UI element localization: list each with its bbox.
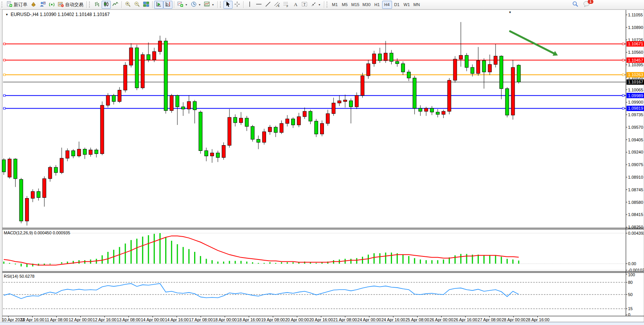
fibonacci-button[interactable]: F	[282, 1, 291, 9]
text-label-icon: T	[301, 1, 308, 8]
indicators-icon	[177, 1, 183, 8]
svg-text:1.10560: 1.10560	[628, 50, 643, 54]
tf-m5-button[interactable]: M5	[340, 1, 350, 9]
toolbar-separator	[174, 1, 174, 8]
text-button[interactable]: A	[291, 1, 300, 9]
horizontal-line-button[interactable]	[254, 1, 263, 9]
chart-window[interactable]: 1.110551.108901.107251.105601.103951.102…	[0, 10, 644, 325]
new-order-icon	[6, 1, 13, 8]
svg-text:12 Apr 16:00: 12 Apr 16:00	[93, 317, 116, 322]
trendline-button[interactable]	[263, 1, 273, 9]
search-button[interactable]	[571, 1, 580, 9]
tf-w1-button[interactable]: W1	[402, 1, 412, 9]
auto-scroll-button[interactable]	[154, 1, 163, 9]
zoom-out-icon	[134, 1, 140, 8]
toolbar-separator	[243, 1, 244, 8]
chevron-down-icon: ▼	[318, 3, 321, 6]
market-watch-button[interactable]	[29, 1, 38, 9]
toolbar-separator	[152, 1, 153, 8]
periods-button[interactable]: ▼	[189, 1, 202, 9]
toolbar-separator	[121, 1, 122, 8]
chart-title-text: EURUSD-,H4 1.10390 1.10402 1.10148 1.101…	[11, 12, 110, 17]
chart-canvas[interactable]: 1.110551.108901.107251.105601.103951.102…	[0, 10, 644, 325]
svg-text:80: 80	[628, 280, 633, 285]
svg-text:1.10457: 1.10457	[628, 58, 643, 62]
arrows-tool-button[interactable]: ▼	[309, 1, 322, 9]
svg-text:A: A	[294, 2, 298, 7]
clock-icon	[191, 1, 197, 8]
svg-text:18 Apr 00:00: 18 Apr 00:00	[213, 317, 237, 322]
svg-text:19 Apr 08:00: 19 Apr 08:00	[261, 317, 285, 322]
bar-chart-button[interactable]	[92, 1, 102, 9]
svg-text:18 Apr 16:00: 18 Apr 16:00	[237, 317, 261, 322]
template-chart-icon	[204, 1, 210, 8]
vertical-line-icon	[247, 1, 253, 8]
crosshair-icon	[234, 1, 240, 8]
signals-button[interactable]	[47, 1, 56, 9]
svg-text:24 Apr 00:00: 24 Apr 00:00	[357, 317, 381, 322]
tile-windows-button[interactable]	[142, 1, 151, 9]
svg-text:1.08415: 1.08415	[628, 212, 643, 217]
svg-text:11 Apr 08:00: 11 Apr 08:00	[45, 317, 69, 322]
line-chart-button[interactable]	[111, 1, 120, 9]
tf-mn-button[interactable]: MN	[412, 1, 422, 9]
svg-text:20 Apr 00:00: 20 Apr 00:00	[285, 317, 309, 322]
horizontal-line-icon	[256, 1, 262, 8]
tf-m1-button[interactable]: M1	[330, 1, 340, 9]
toolbar-drag-handle[interactable]	[2, 2, 3, 8]
autotrading-label: 自动交易	[65, 2, 83, 8]
vertical-line-button[interactable]	[245, 1, 254, 9]
svg-text:1.10167: 1.10167	[628, 80, 643, 84]
svg-text:1.08910: 1.08910	[628, 175, 643, 179]
svg-text:50: 50	[628, 292, 633, 297]
fibonacci-icon: F	[283, 1, 289, 8]
tf-m30-button[interactable]: M30	[361, 1, 372, 9]
svg-text:1.09075: 1.09075	[628, 162, 643, 167]
svg-text:E: E	[278, 5, 280, 7]
templates-button[interactable]: ▼	[202, 1, 216, 9]
text-label-button[interactable]: T	[300, 1, 309, 9]
cursor-button[interactable]	[223, 1, 233, 9]
chart-menu-icon[interactable]: ▼	[509, 11, 512, 14]
svg-text:1.08580: 1.08580	[628, 200, 643, 205]
svg-text:T: T	[303, 2, 306, 6]
new-order-button[interactable]: 新订单	[5, 1, 29, 9]
autotrading-button[interactable]: 自动交易	[56, 1, 85, 9]
equidistant-channel-button[interactable]: E	[273, 1, 282, 9]
tf-h1-button[interactable]: H1	[372, 1, 382, 9]
candlestick-icon	[103, 1, 109, 8]
chevron-down-icon: ▼	[212, 3, 214, 6]
autotrading-icon	[58, 1, 64, 8]
svg-text:25 Apr 08:00: 25 Apr 08:00	[405, 317, 429, 322]
svg-text:1.09819: 1.09819	[628, 106, 643, 110]
tf-m15-button[interactable]: M15	[350, 1, 361, 9]
toolbar-drag-handle[interactable]	[89, 2, 91, 8]
toolbar-drag-handle[interactable]	[327, 2, 328, 8]
indicators-button[interactable]: ▼	[176, 1, 189, 9]
chart-title[interactable]: ▼ EURUSD-,H4 1.10390 1.10402 1.10148 1.1…	[5, 12, 110, 17]
svg-text:1.10890: 1.10890	[628, 25, 643, 30]
svg-text:0: 0	[628, 312, 630, 317]
chat-button[interactable]: 1	[582, 1, 591, 9]
zoom-in-button[interactable]	[123, 1, 132, 9]
svg-text:28 Apr 16:00: 28 Apr 16:00	[526, 317, 549, 322]
svg-text:26 Apr 00:00: 26 Apr 00:00	[429, 317, 453, 322]
tf-h4-button[interactable]: H4	[382, 1, 392, 9]
search-icon	[572, 1, 579, 8]
toolbar-drag-handle[interactable]	[220, 2, 222, 8]
chart-shift-button[interactable]	[163, 1, 172, 9]
candlestick-chart-button[interactable]	[102, 1, 111, 9]
svg-text:100: 100	[628, 272, 635, 277]
svg-text:0.00: 0.00	[628, 261, 636, 266]
notification-badge: 1	[588, 0, 593, 4]
svg-text:13 Apr 08:00: 13 Apr 08:00	[117, 317, 140, 322]
toolbar-separator	[217, 1, 218, 8]
zoom-out-button[interactable]	[132, 1, 142, 9]
auto-scroll-icon	[156, 1, 162, 8]
terminal-button[interactable]	[38, 1, 47, 9]
svg-text:1.09735: 1.09735	[628, 112, 643, 117]
svg-text:26 Apr 16:00: 26 Apr 16:00	[454, 317, 477, 322]
tf-d1-button[interactable]: D1	[392, 1, 402, 9]
svg-text:1.08745: 1.08745	[628, 187, 643, 192]
crosshair-button[interactable]	[233, 1, 242, 9]
